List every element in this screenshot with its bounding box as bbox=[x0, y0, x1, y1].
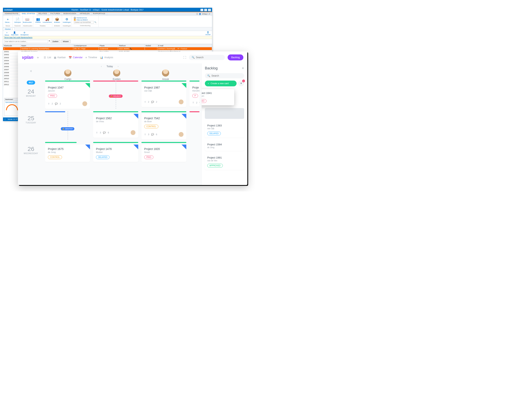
app-logo: snelstart bbox=[4, 9, 13, 11]
backlog-button[interactable]: Backlog bbox=[228, 54, 243, 60]
search-input[interactable] bbox=[196, 56, 222, 59]
avatar bbox=[82, 101, 87, 106]
toolbar-nieuw[interactable]: ＋Nieuw bbox=[5, 31, 9, 36]
view-analysis[interactable]: 📊Analysis bbox=[100, 56, 113, 59]
cell-tel: 0222-369061 📞 bbox=[118, 47, 145, 50]
chat-icon: 💬 bbox=[103, 131, 106, 134]
col-contact[interactable]: Contactpersoon bbox=[73, 44, 99, 47]
col-email[interactable]: E-mail bbox=[157, 44, 212, 47]
col-klantcode[interactable]: Klantcode bbox=[3, 44, 20, 47]
doc-tab-klanten[interactable]: Klanten× bbox=[3, 27, 15, 31]
shuffle-icon[interactable]: ⤨ bbox=[20, 69, 42, 73]
tab-facturen[interactable]: FACTUREN bbox=[49, 12, 62, 16]
dropdown-icon[interactable]: ▾ bbox=[49, 40, 50, 43]
maximize-button[interactable]: □ bbox=[204, 9, 207, 11]
expand-icon[interactable]: ⛶ bbox=[183, 56, 186, 59]
progress-bar bbox=[93, 142, 138, 143]
table-row[interactable]: 1SnelStart E-Learning (KennisPlein)Dhr. … bbox=[3, 47, 212, 50]
toolbar-verwijderen[interactable]: ⊘Verwijderen bbox=[20, 31, 29, 36]
chart-icon: 📊 bbox=[100, 56, 103, 59]
filter-button[interactable]: ▼1 bbox=[238, 80, 244, 86]
progress-bar bbox=[93, 111, 138, 112]
vplan-header: vplan ＋ ☰List ▦Kanban 📅Calendar ≡Timelin… bbox=[18, 51, 247, 63]
card-project-1047[interactable]: Project 1047 Janzen PRIO ⇪2💬2 bbox=[45, 83, 90, 109]
close-tab-icon[interactable]: × bbox=[12, 28, 13, 30]
tab-snel-starten[interactable]: SNEL STARTEN bbox=[20, 12, 37, 16]
search-icon[interactable]: 🔍 bbox=[94, 21, 96, 23]
filter-badge: 1 bbox=[242, 80, 245, 82]
ribbon-instellingen[interactable]: ⚙Instellingen bbox=[63, 16, 71, 25]
col-telefoon[interactable]: Telefoon bbox=[118, 44, 145, 47]
vplan-search[interactable]: 🔍 bbox=[189, 55, 225, 60]
cell-email: snelstart.e.learning@… ✉ + Factuur bbox=[157, 47, 212, 50]
view-kanban[interactable]: ▦Kanban bbox=[54, 56, 66, 59]
view-calendar[interactable]: 📅Calendar bbox=[69, 56, 83, 59]
card-partial[interactable]: Proje Hendrik P ⇪2💬2 bbox=[190, 83, 199, 107]
ribbon-nieuw[interactable]: ＋Nieuw... bbox=[4, 16, 12, 25]
grid-search-bar: ▾ Zoeken Wissen bbox=[3, 39, 212, 44]
main-tabs: ADMINISTRATIE SNEL STARTEN RELATIES FACT… bbox=[3, 12, 212, 16]
ribbon-verkopen[interactable]: 📄Verkopen bbox=[13, 16, 22, 25]
col-mobiel[interactable]: Mobiel bbox=[145, 44, 157, 47]
clear-button[interactable]: Wissen bbox=[61, 40, 71, 43]
user-menu[interactable]: ⓘ 👤 inStap 1 ▾ bbox=[195, 12, 212, 16]
support-klantenservice[interactable]: 🎧Klantenservice bbox=[74, 17, 96, 19]
create-card-button[interactable]: ＋Create a new card bbox=[205, 81, 237, 86]
tab-artikelen[interactable]: ARTIKELEN bbox=[78, 12, 91, 16]
minimize-button[interactable]: – bbox=[201, 9, 203, 11]
tab-boekhouden[interactable]: BOEKHOUDEN bbox=[62, 12, 78, 16]
card-project-1820[interactable]: Project 1820 Groot PRIO bbox=[141, 144, 186, 162]
backlog-search-input[interactable] bbox=[211, 74, 242, 77]
toolbar-naar-klant[interactable]: 👤Naar klant bbox=[11, 31, 18, 36]
ribbon-leveranciers[interactable]: 🚚Leveranciers bbox=[43, 16, 51, 25]
timeline-icon: ≡ bbox=[85, 56, 87, 59]
tab-relaties[interactable]: RELATIES bbox=[37, 12, 49, 16]
add-button[interactable]: ＋ bbox=[36, 55, 40, 60]
ribbon-boekhouden[interactable]: 📖Boekhouden bbox=[23, 16, 31, 25]
backlog-card[interactable]: Project 1584 de Jong bbox=[205, 141, 244, 151]
upload-icon: ⇪ bbox=[96, 131, 98, 134]
next-day[interactable]: › bbox=[118, 65, 119, 68]
truck-icon: 🚚 bbox=[45, 18, 49, 21]
pill-prio: PRIO bbox=[144, 155, 153, 159]
window-buttons: – □ × bbox=[200, 9, 211, 11]
card-corner bbox=[133, 114, 138, 119]
backlog-card-dragging[interactable]: Project 1641 Hansen PRIO bbox=[202, 89, 234, 105]
day-num: 24 bbox=[20, 88, 42, 95]
view-timeline[interactable]: ≡Timeline bbox=[85, 56, 97, 59]
avatar bbox=[131, 130, 135, 135]
card-corner bbox=[85, 144, 90, 149]
card-project-1562[interactable]: Project 1562 de Vries ⇪3💬6 bbox=[93, 114, 138, 138]
box-icon: 📦 bbox=[55, 18, 59, 21]
close-button[interactable]: × bbox=[208, 9, 211, 11]
ribbon-klanten[interactable]: 👥Klanten bbox=[34, 16, 42, 25]
backlog-card[interactable]: Project 1383 van Dijk DELAYED bbox=[205, 122, 244, 138]
card-project-1476[interactable]: Project 1476 Mulder DELAYED bbox=[93, 144, 138, 162]
close-backlog[interactable]: ✕ bbox=[242, 67, 244, 70]
help-icon[interactable]: ⓘ bbox=[196, 13, 198, 15]
card-project-7542[interactable]: Project 7542 de Boer CONTROL ⇪3💬6 bbox=[141, 114, 186, 140]
search-button[interactable]: Zoeken bbox=[51, 40, 60, 43]
ribbon: ＋Nieuw... Nieuw 📄Verkopen Facturen 📖Boek… bbox=[3, 16, 212, 27]
prev-day[interactable]: ‹ bbox=[101, 65, 102, 68]
avatar bbox=[64, 69, 71, 77]
today-label[interactable]: Today bbox=[107, 65, 113, 68]
link-back[interactable]: Terug naar het oude klantenscherm bbox=[4, 37, 32, 38]
plus-icon: ＋ bbox=[207, 82, 209, 85]
backlog-card[interactable]: Project 1991 van de Ven APPROVED bbox=[205, 154, 244, 170]
tab-administratie[interactable]: ADMINISTRATIE bbox=[3, 12, 20, 16]
view-list[interactable]: ☰List bbox=[44, 56, 51, 59]
col-naam[interactable]: Naam bbox=[20, 44, 73, 47]
tab-rapportage[interactable]: RAPPORTAGE bbox=[91, 12, 107, 16]
card-project-1675[interactable]: Project 1675 de Jong CONTROL bbox=[45, 144, 90, 162]
support-hulp[interactable]: 📶Hulp op afstand bbox=[74, 19, 96, 21]
titlebar: snelstart Klanten - SnelStart 12 - inSta… bbox=[3, 8, 212, 12]
col-plaats[interactable]: Plaats bbox=[99, 44, 118, 47]
kennisplein-search[interactable] bbox=[74, 21, 94, 24]
progress-bar bbox=[141, 142, 186, 143]
card-project-1987[interactable]: Project 1987 van Dijk ⇪2💬2 bbox=[141, 83, 186, 107]
backlog-search[interactable]: 🔍 bbox=[205, 73, 244, 78]
toolbar-archief[interactable]: 🗄Archief bbox=[205, 31, 210, 36]
grid-search-input[interactable] bbox=[4, 40, 48, 43]
ribbon-artikelen[interactable]: 📦Artikelen bbox=[53, 16, 61, 25]
